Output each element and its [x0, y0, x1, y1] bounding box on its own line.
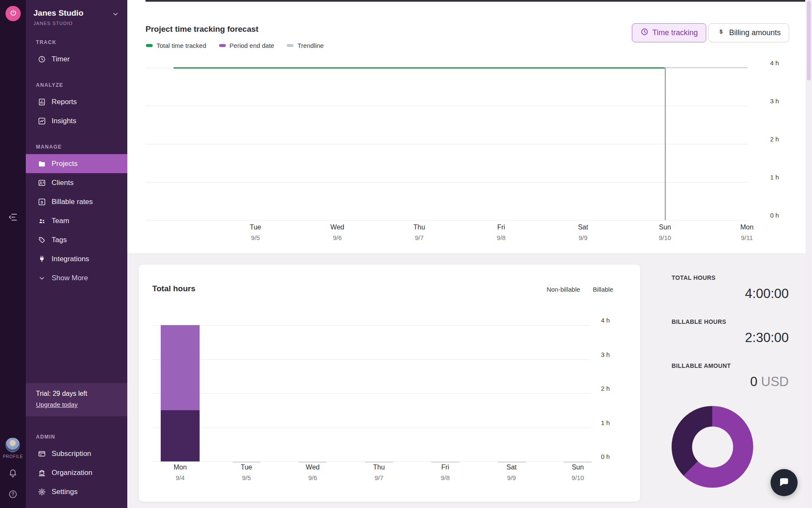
x-label-day: Sun: [572, 464, 584, 471]
summary-stats: TOTAL HOURS 4:00:00 BILLABLE HOURS 2:30:…: [672, 274, 789, 406]
subscription-icon: [38, 450, 46, 458]
y-axis-label: 0 h: [770, 212, 779, 219]
scrollbar-thumb[interactable]: [807, 1, 811, 80]
scrollbar[interactable]: [806, 0, 812, 508]
nav-section-analyze: ANALYZEReportsInsights: [26, 82, 127, 130]
zero-bar: [498, 461, 526, 463]
sidebar-item-subscription[interactable]: Subscription: [26, 444, 127, 463]
bell-icon: [8, 473, 18, 479]
y-axis-label: 0 h: [601, 453, 610, 461]
x-label-date: 9/7: [414, 234, 425, 241]
help-button[interactable]: ?: [7, 489, 19, 501]
y-axis-label: 1 h: [601, 419, 610, 427]
sidebar-item-label: Subscription: [52, 450, 91, 458]
trial-banner: Trial: 29 days left Upgrade today: [26, 383, 127, 416]
stat-value: 2:30:00: [672, 330, 789, 345]
billable-donut-chart: [672, 406, 753, 488]
gridline: [145, 220, 748, 221]
sidebar-item-tags[interactable]: Tags: [26, 230, 127, 249]
chevron-down-icon: [38, 274, 46, 282]
reports-icon: [38, 98, 46, 106]
zero-bar: [365, 461, 393, 463]
y-axis-label: 3 h: [770, 97, 779, 105]
x-label-day: Tue: [250, 224, 261, 231]
avatar[interactable]: [5, 438, 20, 452]
sidebar-item-label: Tags: [52, 236, 67, 244]
workspace-switcher[interactable]: Janes Studio JANES STUDIO: [26, 0, 127, 26]
y-axis-label: 1 h: [770, 174, 779, 181]
chevron-down-icon: [111, 10, 120, 20]
x-label-date: 9/6: [306, 474, 320, 481]
sidebar-item-show-more[interactable]: Show More: [26, 268, 127, 287]
notifications-button[interactable]: [7, 467, 19, 480]
sidebar-item-label: Timer: [52, 55, 70, 64]
sidebar-item-label: Show More: [52, 274, 88, 282]
sidebar-item-projects[interactable]: Projects: [26, 154, 127, 173]
x-axis-label: Mon9/4: [173, 464, 187, 481]
gridline: [145, 182, 748, 182]
x-label-date: 9/6: [330, 234, 344, 241]
x-axis-label: Fri9/8: [441, 464, 450, 481]
help-icon: ?: [8, 494, 18, 500]
sidebar-item-organization[interactable]: Organization: [26, 463, 127, 482]
forecast-chart: 0 h1 h2 h3 h4 hTue9/5Wed9/6Thu9/7Fri9/8S…: [127, 0, 812, 254]
x-axis-label: Sat9/9: [506, 464, 516, 481]
x-axis-label: Thu9/7: [414, 224, 425, 241]
x-label-date: 9/5: [241, 474, 252, 481]
y-axis-label: 4 h: [601, 317, 610, 324]
sidebar-item-label: Organization: [52, 469, 92, 477]
sidebar-item-insights[interactable]: Insights: [26, 111, 127, 130]
x-label-day: Mon: [173, 464, 187, 471]
y-axis-label: 4 h: [770, 59, 779, 67]
nav-section-label: MANAGE: [36, 144, 127, 150]
workspace-name: Janes Studio: [33, 8, 83, 18]
collapse-sidebar-button[interactable]: [5, 210, 21, 225]
stat-value: 4:00:00: [672, 286, 789, 301]
power-icon: [9, 9, 17, 19]
x-label-day: Wed: [306, 464, 320, 471]
total-hours-chart: 0 h1 h2 h3 h4 hMon9/4Tue9/5Wed9/6Thu9/7F…: [139, 265, 640, 502]
x-axis-label: Tue9/5: [250, 224, 261, 241]
bar-segment-non-billable: [161, 410, 200, 461]
svg-text:?: ?: [11, 491, 14, 497]
sidebar-item-label: Integrations: [52, 255, 89, 263]
gridline: [152, 359, 590, 360]
nav-section-manage: MANAGEProjectsClientsSBillable ratesTeam…: [26, 144, 127, 287]
stat-label: BILLABLE AMOUNT: [672, 362, 789, 369]
sidebar-item-billable-rates[interactable]: SBillable rates: [26, 192, 127, 211]
timer-icon: [38, 55, 46, 64]
sidebar-item-clients[interactable]: Clients: [26, 173, 127, 192]
sidebar-item-integrations[interactable]: Integrations: [26, 249, 127, 268]
zero-bar: [299, 461, 326, 463]
x-axis-label: Tue9/5: [241, 464, 252, 481]
app-logo[interactable]: [5, 6, 21, 21]
sidebar-item-settings[interactable]: Settings: [26, 482, 127, 501]
trial-text: Trial: 29 days left: [36, 390, 117, 398]
total-hours-card: Total hours Non-billable Billable 0 h1 h…: [139, 265, 640, 502]
stat-value: 0 USD: [672, 374, 789, 389]
icon-rail: PROFILE ?: [0, 0, 26, 508]
x-label-date: 9/7: [373, 474, 385, 481]
x-label-date: 9/9: [578, 234, 588, 241]
sidebar-bottom: Trial: 29 days left Upgrade today ADMINS…: [26, 383, 127, 508]
amount-unit: USD: [761, 374, 789, 389]
total-time-line: [173, 67, 665, 69]
x-label-date: 9/9: [506, 474, 516, 481]
period-end-marker: [665, 68, 666, 220]
sidebar-item-timer[interactable]: Timer: [26, 50, 127, 69]
upgrade-link[interactable]: Upgrade today: [36, 401, 77, 408]
chat-button[interactable]: [771, 469, 798, 496]
x-label-date: 9/8: [497, 234, 506, 241]
sidebar-item-team[interactable]: Team: [26, 211, 127, 230]
workspace-org: JANES STUDIO: [33, 21, 83, 26]
sidebar-item-reports[interactable]: Reports: [26, 92, 127, 111]
nav-section-track: TRACKTimer: [26, 39, 127, 69]
x-label-day: Fri: [497, 224, 506, 231]
top-divider: [145, 0, 805, 2]
stat-label: TOTAL HOURS: [672, 274, 789, 281]
zero-bar: [564, 461, 592, 463]
profile-label: PROFILE: [3, 454, 23, 459]
x-label-day: Thu: [414, 224, 425, 231]
sidebar-item-label: Billable rates: [52, 198, 93, 206]
chat-icon: [778, 476, 790, 490]
